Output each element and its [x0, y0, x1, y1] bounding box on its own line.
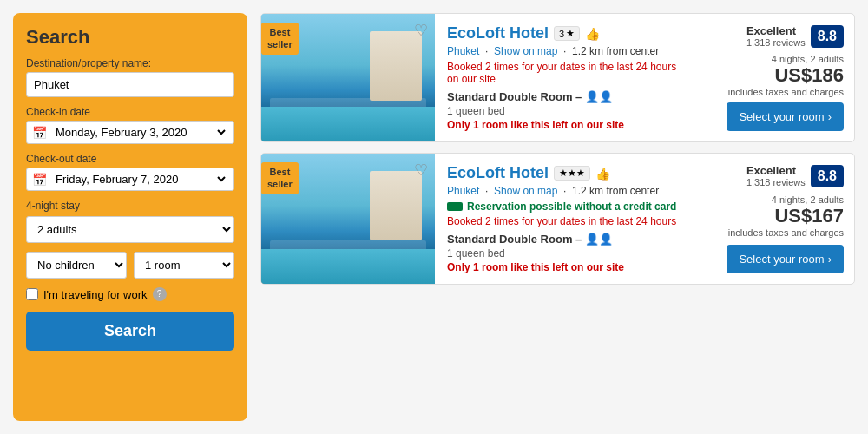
hotel-location-2: Phuket · Show on map · 1.2 km from cente…: [447, 185, 686, 197]
star-badge-2: ★★★: [554, 166, 590, 181]
destination-group: Destination/property name:: [26, 57, 234, 97]
search-button[interactable]: Search: [26, 312, 234, 351]
checkout-calendar-icon: 📅: [32, 173, 47, 187]
green-bar-icon: [447, 202, 463, 211]
rating-count-2: 1,318 reviews: [746, 177, 806, 187]
hotel-info-1: EcoLoft Hotel 3 ★ 👍 Phuket · Show on map…: [435, 14, 698, 141]
booked-notice-1: Booked 2 times for your dates in the las…: [447, 61, 686, 85]
select-room-button-2[interactable]: Select your room ›: [727, 245, 844, 273]
work-travel-group: I'm traveling for work ?: [26, 287, 234, 301]
price-nights-2: 4 nights, 2 adults: [728, 194, 844, 205]
search-sidebar: Search Destination/property name: Check-…: [13, 13, 247, 421]
work-travel-label: I'm traveling for work: [43, 288, 148, 301]
location-city-link-1[interactable]: Phuket: [447, 45, 479, 57]
room-type-2: Standard Double Room – 👤👤: [447, 233, 686, 246]
availability-2: Only 1 room like this left on our site: [447, 261, 686, 273]
thumb-icon-1: 👍: [585, 27, 600, 41]
location-city-link-2[interactable]: Phuket: [447, 185, 479, 197]
destination-input[interactable]: [26, 72, 234, 97]
help-icon[interactable]: ?: [153, 287, 167, 301]
booked-notice-2: Booked 2 times for your dates in the las…: [447, 215, 686, 227]
chevron-right-icon-2: ›: [828, 253, 832, 266]
checkin-input-wrap[interactable]: 📅 Monday, February 3, 2020: [26, 121, 234, 144]
rating-block-2: Excellent 1,318 reviews 8.8: [746, 164, 844, 187]
checkout-select[interactable]: Friday, February 7, 2020: [52, 172, 228, 187]
hotel-pricing-2: Excellent 1,318 reviews 8.8 4 nights, 2 …: [698, 154, 854, 284]
price-taxes-2: includes taxes and charges: [728, 227, 844, 238]
availability-1: Only 1 room like this left on our site: [447, 119, 686, 131]
rating-number-2: 8.8: [811, 165, 844, 187]
thumb-icon-2: 👍: [595, 167, 610, 181]
rating-label-1: Excellent: [746, 24, 806, 37]
rating-label-2: Excellent: [746, 164, 806, 177]
checkout-input-wrap[interactable]: 📅 Friday, February 7, 2020: [26, 168, 234, 191]
results-list: Bestseller ♡ EcoLoft Hotel 3 ★ 👍: [260, 13, 855, 421]
star-icon-1: ★: [566, 28, 575, 39]
star-count-2: ★★★: [559, 168, 585, 179]
destination-label: Destination/property name:: [26, 57, 234, 69]
hotel-name-2[interactable]: EcoLoft Hotel: [447, 164, 549, 182]
sidebar-title: Search: [26, 26, 234, 49]
favorite-icon-2[interactable]: ♡: [414, 161, 428, 180]
best-seller-badge-1: Bestseller: [261, 23, 299, 55]
hotel-card-1: Bestseller ♡ EcoLoft Hotel 3 ★ 👍: [260, 13, 855, 142]
checkout-label: Check-out date: [26, 153, 234, 165]
hotel-pricing-1: Excellent 1,318 reviews 8.8 4 nights, 2 …: [698, 14, 854, 141]
checkout-group: Check-out date 📅 Friday, February 7, 202…: [26, 153, 234, 191]
hotel-name-row-1: EcoLoft Hotel 3 ★ 👍: [447, 24, 686, 43]
star-count-1: 3: [559, 29, 564, 39]
favorite-icon-1[interactable]: ♡: [414, 21, 428, 40]
children-rooms-row: No children 1 child 2 children 3 childre…: [26, 252, 234, 279]
location-distance-1: 1.2 km from center: [572, 45, 659, 57]
checkin-label: Check-in date: [26, 106, 234, 118]
chevron-right-icon-1: ›: [828, 110, 832, 123]
price-taxes-1: includes taxes and charges: [728, 87, 844, 97]
reservation-notice-2: Reservation possible without a credit ca…: [447, 201, 686, 213]
rooms-select[interactable]: 1 room 2 rooms 3 rooms: [134, 252, 234, 279]
hotel-name-row-2: EcoLoft Hotel ★★★ 👍: [447, 164, 686, 182]
price-amount-1: US$186: [728, 64, 844, 87]
checkin-calendar-icon: 📅: [32, 126, 47, 140]
adults-select[interactable]: 2 adults 1 adult 3 adults 4 adults: [26, 216, 234, 243]
hotel-name-1[interactable]: EcoLoft Hotel: [447, 24, 549, 43]
bed-info-2: 1 queen bed: [447, 247, 686, 260]
show-map-link-2[interactable]: Show on map: [494, 185, 557, 197]
people-icons-1: 👤👤: [585, 90, 613, 103]
hotel-card-2: Bestseller ♡ EcoLoft Hotel ★★★ 👍 Phuket: [260, 153, 855, 285]
children-select[interactable]: No children 1 child 2 children 3 childre…: [26, 252, 127, 279]
checkin-group: Check-in date 📅 Monday, February 3, 2020: [26, 106, 234, 144]
hotel-info-2: EcoLoft Hotel ★★★ 👍 Phuket · Show on map…: [435, 154, 698, 284]
price-block-2: 4 nights, 2 adults US$167 includes taxes…: [728, 194, 844, 238]
people-icons-2: 👤👤: [585, 233, 613, 246]
star-badge-1: 3 ★: [554, 26, 580, 41]
checkin-select[interactable]: Monday, February 3, 2020: [52, 125, 228, 140]
price-amount-2: US$167: [728, 205, 844, 227]
adults-group: 2 adults 1 adult 3 adults 4 adults: [26, 216, 234, 243]
stay-label: 4-night stay: [26, 200, 234, 212]
location-distance-2: 1.2 km from center: [572, 185, 659, 197]
best-seller-badge-2: Bestseller: [261, 162, 299, 194]
rating-count-1: 1,318 reviews: [746, 37, 806, 48]
price-block-1: 4 nights, 2 adults US$186 includes taxes…: [728, 54, 844, 97]
hotel-location-1: Phuket · Show on map · 1.2 km from cente…: [447, 45, 686, 57]
select-room-button-1[interactable]: Select your room ›: [727, 102, 844, 131]
price-nights-1: 4 nights, 2 adults: [728, 54, 844, 64]
rating-number-1: 8.8: [811, 25, 844, 48]
work-travel-checkbox[interactable]: [26, 288, 38, 300]
show-map-link-1[interactable]: Show on map: [494, 45, 557, 57]
bed-info-1: 1 queen bed: [447, 105, 686, 117]
room-type-1: Standard Double Room – 👤👤: [447, 90, 686, 103]
rating-block-1: Excellent 1,318 reviews 8.8: [746, 24, 844, 48]
